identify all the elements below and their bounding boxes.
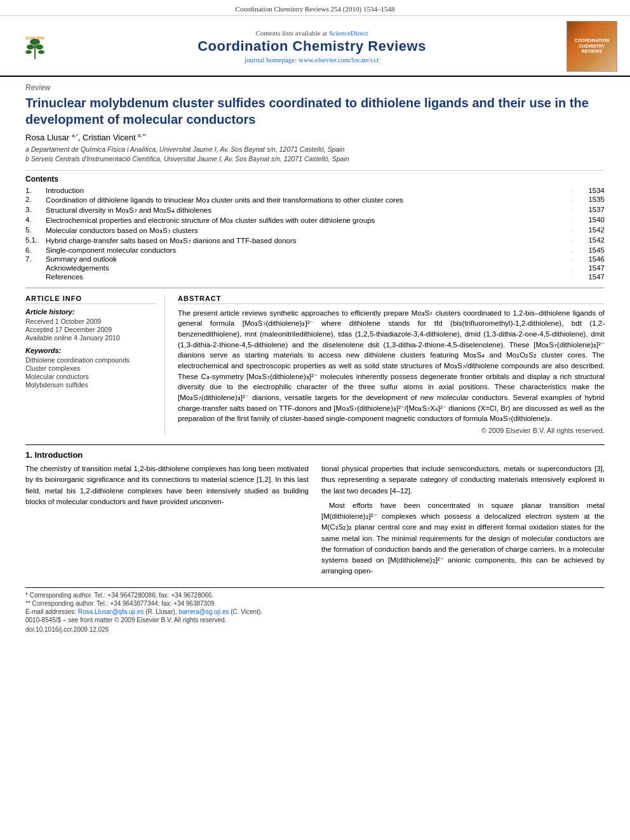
keyword-item: Cluster complexes bbox=[25, 364, 156, 372]
contents-num: 3. bbox=[25, 205, 44, 215]
contents-table-row: 6.Single-component molecular conductors … bbox=[25, 246, 605, 255]
affiliation-a: a Departament de Química Física i Analít… bbox=[25, 145, 605, 154]
abstract-text: The present article reviews synthetic ap… bbox=[178, 308, 605, 424]
contents-table-row: 4.Electrochemical properties and electro… bbox=[25, 215, 605, 225]
contents-table-row: 1.Introduction .........................… bbox=[25, 186, 605, 195]
article-info-title: ARTICLE INFO bbox=[25, 295, 156, 304]
contents-table-row: 3.Structural diversity in Mo₃S₇ and Mo₂S… bbox=[25, 205, 605, 215]
svg-point-6 bbox=[25, 50, 32, 54]
contents-label: Structural diversity in Mo₃S₇ and Mo₂S₄ … bbox=[44, 205, 572, 215]
contents-num: 1. bbox=[25, 186, 44, 195]
contents-num: 5. bbox=[25, 225, 44, 236]
contents-label: References bbox=[44, 272, 572, 281]
issn-line: 0010-8545/$ – see front matter © 2009 El… bbox=[25, 617, 605, 623]
journal-homepage-url[interactable]: www.elsevier.com/locate/ccr bbox=[298, 56, 379, 63]
svg-point-3 bbox=[30, 39, 40, 45]
email2-name: (C. Vicent). bbox=[231, 608, 262, 615]
contents-label: Electrochemical properties and electroni… bbox=[44, 215, 572, 225]
page-container: Coordination Chemistry Reviews 254 (2010… bbox=[0, 0, 630, 840]
banner-left: ELSEVIER bbox=[13, 30, 57, 62]
abstract-section: ABSTRACT The present article reviews syn… bbox=[178, 295, 605, 434]
contents-table-row: 5.1.Hybrid charge-transfer salts based o… bbox=[25, 236, 605, 246]
keyword-item: Molybdenum sulfides bbox=[25, 381, 156, 389]
contents-page: 1546 bbox=[573, 255, 605, 263]
contents-num: 6. bbox=[25, 246, 44, 255]
contents-page: 1542 bbox=[573, 225, 605, 236]
contents-label: Acknowledgements bbox=[44, 263, 572, 272]
footnotes: * Corresponding author. Tel.: +34 964728… bbox=[25, 587, 605, 633]
body-columns: The chemistry of transition metal 1,2-bi… bbox=[25, 463, 605, 581]
contents-num: 4. bbox=[25, 215, 44, 225]
contents-label: Hybrid charge-transfer salts based on Mo… bbox=[44, 236, 572, 246]
contents-table-row: 5.Molecular conductors based on Mo₃S₇ cl… bbox=[25, 225, 605, 236]
main-content: Review Trinuclear molybdenum cluster sul… bbox=[0, 77, 630, 646]
email-link-1[interactable]: Rosa.Llusar@qfa.uji.es bbox=[78, 608, 144, 615]
article-info-panel: ARTICLE INFO Article history: Received 1… bbox=[25, 295, 165, 434]
section-divider bbox=[25, 288, 605, 288]
keywords-list: Dithiolene coordination compoundsCluster… bbox=[25, 356, 156, 389]
svg-point-4 bbox=[27, 44, 34, 50]
footnote-double-star: ** Corresponding author. Tel.: +34 96438… bbox=[25, 600, 605, 607]
contents-page: 1535 bbox=[573, 195, 605, 205]
banner-center: Contents lists available at ScienceDirec… bbox=[57, 29, 566, 63]
contents-page: 1547 bbox=[573, 272, 605, 281]
contents-label: Coordination of dithiolene ligands to tr… bbox=[44, 195, 572, 205]
article-history-title: Article history: bbox=[25, 308, 156, 316]
banner: ELSEVIER Contents lists available at Sci… bbox=[0, 16, 630, 77]
contents-dots: ........................................… bbox=[572, 263, 573, 272]
elsevier-logo-icon: ELSEVIER bbox=[13, 30, 57, 62]
copyright-line: © 2009 Elsevier B.V. All rights reserved… bbox=[178, 427, 605, 434]
journal-cover-image: COORDINATION CHEMISTRY REVIEWS bbox=[566, 21, 617, 72]
contents-dots: ........................................… bbox=[572, 186, 573, 195]
contents-num: 5.1. bbox=[25, 236, 44, 246]
contents-num bbox=[25, 272, 44, 281]
abstract-title: ABSTRACT bbox=[178, 295, 605, 304]
contents-page: 1547 bbox=[573, 263, 605, 272]
introduction-heading: 1. Introduction bbox=[25, 450, 605, 460]
banner-right: COORDINATION CHEMISTRY REVIEWS bbox=[566, 21, 617, 72]
intro-col2-para2: Most efforts have been concentrated in s… bbox=[321, 500, 605, 577]
contents-table-row: Acknowledgements .......................… bbox=[25, 263, 605, 272]
contents-table: 1.Introduction .........................… bbox=[25, 186, 605, 281]
footnote-star: * Corresponding author. Tel.: +34 964728… bbox=[25, 592, 605, 599]
body-col-right: tional physical properties that include … bbox=[321, 463, 605, 581]
contents-page: 1542 bbox=[573, 236, 605, 246]
intro-col2-para1: tional physical properties that include … bbox=[321, 463, 605, 497]
affiliations: a Departament de Química Física i Analít… bbox=[25, 145, 605, 163]
available-online-date: Available online 4 January 2010 bbox=[25, 334, 156, 342]
contents-page: 1534 bbox=[573, 186, 605, 195]
intro-col1-para1: The chemistry of transition metal 1,2-bi… bbox=[25, 463, 309, 507]
body-col-left: The chemistry of transition metal 1,2-bi… bbox=[25, 463, 309, 581]
contents-num: 7. bbox=[25, 255, 44, 263]
article-title: Trinuclear molybdenum cluster sulfides c… bbox=[25, 95, 605, 128]
svg-point-5 bbox=[36, 44, 43, 50]
keywords-title: Keywords: bbox=[25, 347, 156, 354]
contents-table-row: References .............................… bbox=[25, 272, 605, 281]
contents-label: Molecular conductors based on Mo₃S₇ clus… bbox=[44, 225, 572, 236]
journal-header: Coordination Chemistry Reviews 254 (2010… bbox=[0, 0, 630, 16]
journal-homepage: journal homepage: www.elsevier.com/locat… bbox=[57, 56, 566, 63]
footnote-emails: E-mail addresses: Rosa.Llusar@qfa.uji.es… bbox=[25, 608, 605, 615]
introduction-section: 1. Introduction The chemistry of transit… bbox=[25, 444, 605, 581]
keyword-item: Dithiolene coordination compounds bbox=[25, 356, 156, 364]
doi-line: doi:10.1016/j.ccr.2009.12.026 bbox=[25, 626, 605, 633]
email1-name: (R. Llusar), bbox=[145, 608, 177, 615]
contents-available-text: Contents lists available at ScienceDirec… bbox=[57, 29, 566, 37]
contents-table-row: 2.Coordination of dithiolene ligands to … bbox=[25, 195, 605, 205]
article-type-label: Review bbox=[25, 83, 605, 92]
journal-reference: Coordination Chemistry Reviews 254 (2010… bbox=[236, 5, 395, 13]
contents-label: Single-component molecular conductors bbox=[44, 246, 572, 255]
authors-line: Rosa Llusar a,*, Cristian Vicent b,** bbox=[25, 133, 605, 142]
contents-num: 2. bbox=[25, 195, 44, 205]
contents-page: 1540 bbox=[573, 215, 605, 225]
article-info-abstract-container: ARTICLE INFO Article history: Received 1… bbox=[25, 295, 605, 434]
contents-dots: ........................................… bbox=[572, 272, 573, 281]
email-link-2[interactable]: barrera@sg.uji.es bbox=[178, 608, 229, 615]
contents-page: 1537 bbox=[573, 205, 605, 215]
sciencedirect-link[interactable]: ScienceDirect bbox=[329, 29, 368, 37]
affiliation-b: b Serveis Centrals d'Instrumentació Cien… bbox=[25, 154, 605, 164]
contents-section: Contents 1.Introduction ................… bbox=[25, 170, 605, 281]
journal-name: Coordination Chemistry Reviews bbox=[57, 38, 566, 55]
contents-label: Introduction bbox=[44, 186, 572, 195]
contents-dots: ........................................… bbox=[572, 255, 573, 263]
